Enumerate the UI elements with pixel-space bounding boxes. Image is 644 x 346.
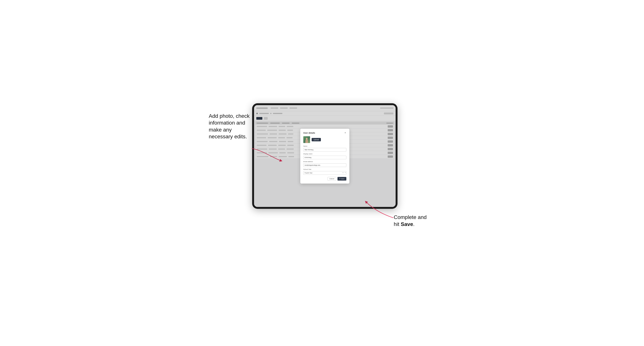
tablet-device: User details ✕ Upload N <box>252 103 398 209</box>
modal-close-button[interactable]: ✕ <box>344 132 346 134</box>
photo-preview <box>303 136 310 143</box>
modal-footer: Cancel ⬆ Save <box>303 177 346 180</box>
user-details-modal: User details ✕ Upload N <box>300 129 349 183</box>
email-input[interactable] <box>303 163 346 167</box>
save-icon: ⬆ <box>339 178 340 179</box>
email-label: Email address <box>303 161 346 163</box>
school-year-select-wrapper: Fourth Year First Year Second Year Third… <box>303 171 346 175</box>
upload-photo-button[interactable]: Upload <box>312 138 321 141</box>
name-label: Name <box>303 145 346 147</box>
annotation-right: Complete and hit Save. <box>394 214 435 228</box>
person-silhouette <box>306 139 308 143</box>
modal-overlay: User details ✕ Upload N <box>254 105 396 207</box>
display-name-input[interactable] <box>303 156 346 159</box>
page-container: Add photo, check information and make an… <box>209 96 435 250</box>
name-input[interactable] <box>303 148 346 152</box>
school-year-label: School Year <box>303 169 346 170</box>
school-year-field-group: School Year Fourth Year First Year Secon… <box>303 169 346 175</box>
modal-title: User details <box>303 132 315 134</box>
annotation-left: Add photo, check information and make an… <box>209 113 254 140</box>
save-label: Save <box>341 178 344 179</box>
user-photo-thumbnail <box>303 136 310 143</box>
name-field-group: Name <box>303 145 346 152</box>
save-button[interactable]: ⬆ Save <box>338 177 346 180</box>
display-name-field-group: Display name <box>303 153 346 159</box>
cancel-button[interactable]: Cancel <box>328 177 336 180</box>
modal-title-bar: User details ✕ <box>303 132 346 134</box>
select-clear-icon[interactable]: ✕ <box>342 172 344 173</box>
photo-section: Upload <box>303 136 346 143</box>
tablet-screen: User details ✕ Upload N <box>254 105 396 207</box>
display-name-label: Display name <box>303 153 346 155</box>
school-year-select[interactable]: Fourth Year First Year Second Year Third… <box>303 171 346 175</box>
email-field-group: Email address <box>303 161 346 167</box>
